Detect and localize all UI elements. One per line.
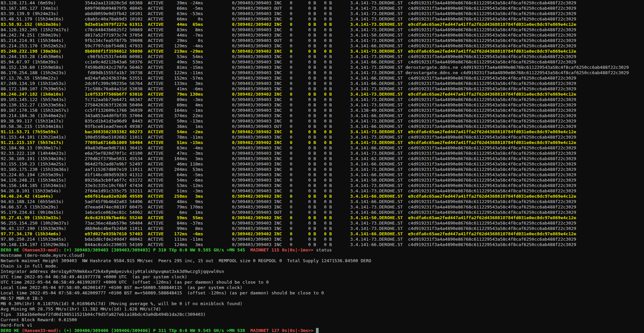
peer-address-uptime: 96.43.137.190 (15h33m39s) (1, 226, 72, 231)
peer-bytes-out: 0 B (316, 92, 332, 97)
peer-address-uptime: 87.249.134.19 (15h31m53s) (1, 81, 72, 86)
peer-clock-offset: -3ms (187, 188, 203, 193)
peer-bytes-out: 0 B (316, 76, 332, 81)
peer-version: 3.4.141-50.DEROHE.ST (332, 178, 403, 183)
peer-id: 73ac36ec48ab579e (72, 221, 127, 226)
peer-address-uptime: 94.46.24.42 (41m44s) (1, 194, 72, 199)
peer-direction: INC (271, 242, 282, 247)
peer-id: 71c588c76a84a31d (72, 86, 127, 91)
peer-connection-count: 0 (282, 151, 292, 156)
peer-connection-count: 0 (282, 49, 292, 54)
peer-state: ACTIVE (143, 102, 164, 107)
peer-height: 0/309403/309403 (203, 167, 272, 172)
peer-bytes-in: 0 B (292, 210, 316, 215)
peer-direction: INC (271, 145, 282, 150)
peer-connection-count: 0 (282, 237, 292, 242)
terminal-screen[interactable]: 83.128.171.44 (6m59s) 354a2aa131820c5d 6… (0, 0, 644, 333)
peer-version: 3.4.141-66.DEROHE.ST (332, 59, 403, 64)
peer-latency: 44ms (164, 22, 187, 27)
peer-bytes-in: 0 B (292, 59, 316, 64)
peer-direction: OUT (271, 6, 282, 11)
peer-top-block-hash: c4d919231f3a4a4890e86768c611229543a58c4f… (403, 118, 577, 124)
peer-direction: INC (271, 183, 282, 188)
peer-address-uptime: 94.63.188.124 (6h55m53s) (1, 199, 72, 204)
peer-latency: 63ms (164, 11, 187, 16)
peer-state: ACTIVE (143, 242, 164, 247)
peer-bytes-out: 0 B (316, 118, 332, 124)
hostname-line-segment-0: Hostname (dero-node.mysrv.cloud) (1, 253, 85, 258)
peer-bytes-out: 0 B (316, 11, 332, 16)
peer-bytes-out: 0 B (316, 102, 332, 107)
peer-bytes-in: 0 B (292, 97, 316, 102)
peer-latency: 66ms (164, 16, 187, 21)
peer-bytes-out: 0 B (316, 38, 332, 43)
peer-row: 95.27.41.99 (15h33m33s) dc0c62919b7be46c… (1, 215, 644, 221)
peer-state: ACTIVE (143, 86, 164, 91)
peer-latency: 59ms (164, 215, 187, 220)
peer-latency: 219ms (164, 49, 187, 54)
peer-address-uptime: 83.128.171.44 (6m59s) (1, 0, 72, 5)
peer-address-uptime: 85.214.214.91 (15h34m4s) (1, 38, 72, 43)
peer-top-block-hash: c4d919231f3a4a4890e86768c611229543a58c4f… (403, 86, 577, 91)
peer-state: ACTIVE (143, 135, 164, 140)
peer-connection-count: 0 (282, 38, 292, 43)
peer-port: 37054 (127, 33, 143, 38)
peer-port: 49387 (127, 124, 143, 129)
peer-latency: 89ms (164, 97, 187, 102)
peer-address-uptime: 97.80.250.214 (15h33m45s) (1, 237, 72, 242)
peer-state: ACTIVE (143, 199, 164, 204)
peer-height: 0/309402/309402 (203, 49, 272, 54)
peer-latency: 152ms (164, 76, 187, 81)
terminal-cursor[interactable] (316, 328, 319, 333)
peer-port: 60981 (127, 54, 143, 59)
peer-height: 0/309403/309403 (203, 54, 272, 59)
peer-height: 0/309402/309402 (203, 194, 272, 199)
peer-state: ACTIVE (143, 118, 164, 124)
local-time-system-line: Local time 2022-05-04 07:58:49.462001477… (1, 285, 644, 290)
peer-address-uptime: 93.155.150.23 (15h34m25s) (1, 161, 72, 166)
peer-port: 37004 (127, 113, 143, 118)
peer-bytes-in: 0 B (292, 161, 316, 166)
peer-bytes-in: 0 B (292, 172, 316, 177)
peer-state: ACTIVE (143, 54, 164, 59)
peer-height: 0/309403/309403 (203, 221, 272, 226)
peer-version: 3.4.141-66.DEROHE.ST (332, 231, 403, 236)
peer-bytes-out: 0 B (316, 33, 332, 38)
peer-port: 49589 (127, 194, 143, 199)
peer-height: 0/309403/309403 (203, 226, 272, 231)
peer-height: 0/309402/309402 (203, 215, 272, 220)
peer-row: 95.179.234.61 (9h10m15s) 1ebce5ce062ec81… (1, 210, 644, 215)
peer-row: 87.13.76.55 (5h50m22s) ed24afab243b37de … (1, 76, 644, 81)
peer-port: 60273 (127, 129, 143, 134)
peer-direction: INC (271, 161, 282, 166)
peer-connection-count: 0 (282, 54, 292, 59)
peer-address-uptime: 97.77.34.170 (15h34m6s) (1, 231, 72, 236)
peer-clock-offset: 1ms (187, 124, 203, 129)
peer-clock-offset: 1ms (187, 210, 203, 215)
peer-row: 85.214.214.91 (15h34m4s) 9fb134cfea5f8f7… (1, 38, 644, 43)
peer-id: ed24afab243b37de (72, 76, 127, 81)
peer-id: f459bd9242c278fa (72, 65, 127, 70)
peer-top-block-hash: c4d919231f3a4a4890e86768c611229543a58c4f… (403, 167, 577, 172)
peer-id: aaf115267d807e19 (72, 167, 127, 172)
peer-version: 3.4.141-73.DEROHE.ST (332, 49, 403, 54)
peer-row: 92.38.169.191 (15h34m10s) 270d62f379be50… (1, 156, 644, 161)
peer-address-uptime: 83.167.105.127 (34m1s) (1, 6, 72, 11)
prompt-line-status-command-segment-0: DERO HE (1, 247, 22, 252)
peer-version: 3.4.141-50.DEROHE.ST (332, 33, 403, 38)
peer-height: 0/309403/309403 (203, 178, 272, 183)
peer-direction: INC (271, 167, 282, 172)
peer-latency: 29ms (164, 38, 187, 43)
peer-port: 63172 (127, 178, 143, 183)
peer-clock-offset: -5ms (187, 6, 203, 11)
peer-latency: 36ms (164, 124, 187, 129)
peer-top-block-hash: c4d919231f3a4a4890e86768c611229543a58c4f… (403, 242, 577, 247)
peer-clock-offset: 53ms (187, 167, 203, 172)
peer-bytes-out: 0 B (316, 43, 332, 48)
peer-top-block-hash: e9cdfa6c65ae2fed447a41ffa2f62d4368818784… (403, 215, 577, 220)
peer-state: ACTIVE (143, 11, 164, 16)
peer-clock-offset: -1ms (187, 108, 203, 113)
peer-id: 1c0f533f7506b6f7 (72, 92, 127, 97)
peer-bytes-out: 0 B (316, 151, 332, 156)
peer-address-uptime: 93.185.175.230 (15h33m36s) (1, 167, 72, 172)
